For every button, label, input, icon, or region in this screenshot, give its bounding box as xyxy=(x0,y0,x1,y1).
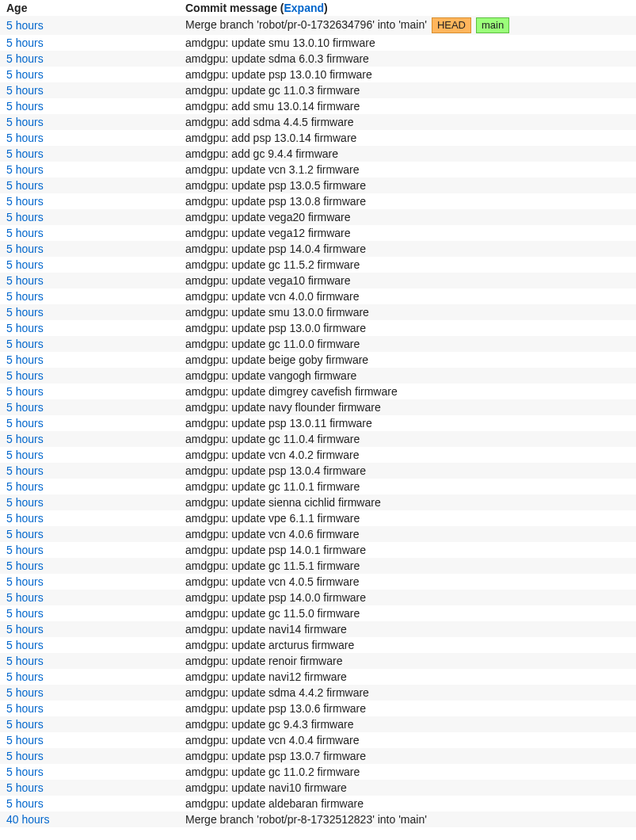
age-link[interactable]: 5 hours xyxy=(6,496,44,509)
commit-message-link[interactable]: amdgpu: update navy flounder firmware xyxy=(185,401,381,414)
commit-message-link[interactable]: amdgpu: update gc 11.5.1 firmware xyxy=(185,559,360,572)
age-link[interactable]: 5 hours xyxy=(6,369,44,382)
age-link[interactable]: 5 hours xyxy=(6,195,44,208)
age-link[interactable]: 5 hours xyxy=(6,19,44,32)
commit-message-link[interactable]: amdgpu: update arcturus firmware xyxy=(185,639,354,651)
commit-message-link[interactable]: amdgpu: update navi14 firmware xyxy=(185,623,347,636)
commit-message-link[interactable]: amdgpu: update gc 11.0.1 firmware xyxy=(185,480,360,493)
commit-message-link[interactable]: Merge branch 'robot/pr-8-1732512823' int… xyxy=(185,813,427,826)
commit-message-link[interactable]: amdgpu: update sienna cichlid firmware xyxy=(185,496,381,509)
age-link[interactable]: 5 hours xyxy=(6,449,44,461)
commit-message-link[interactable]: amdgpu: update vcn 4.0.4 firmware xyxy=(185,734,359,746)
commit-message-link[interactable]: amdgpu: update gc 11.0.4 firmware xyxy=(185,433,360,445)
age-link[interactable]: 5 hours xyxy=(6,480,44,493)
age-link[interactable]: 5 hours xyxy=(6,623,44,636)
commit-message-link[interactable]: amdgpu: update navi10 firmware xyxy=(185,781,347,794)
commit-message-link[interactable]: amdgpu: update gc 11.0.0 firmware xyxy=(185,338,360,350)
age-link[interactable]: 5 hours xyxy=(6,718,44,731)
commit-message-link[interactable]: amdgpu: add smu 13.0.14 firmware xyxy=(185,100,360,113)
age-link[interactable]: 5 hours xyxy=(6,258,44,271)
commit-message-link[interactable]: amdgpu: update psp 13.0.5 firmware xyxy=(185,179,366,192)
age-link[interactable]: 5 hours xyxy=(6,544,44,556)
age-link[interactable]: 5 hours xyxy=(6,306,44,319)
commit-message-link[interactable]: amdgpu: update dimgrey cavefish firmware xyxy=(185,385,398,398)
commit-message-link[interactable]: amdgpu: update smu 13.0.0 firmware xyxy=(185,306,369,319)
age-link[interactable]: 5 hours xyxy=(6,84,44,97)
commit-message-link[interactable]: amdgpu: add sdma 4.4.5 firmware xyxy=(185,116,353,128)
age-link[interactable]: 5 hours xyxy=(6,132,44,144)
age-link[interactable]: 40 hours xyxy=(6,813,49,826)
commit-message-link[interactable]: amdgpu: add psp 13.0.14 firmware xyxy=(185,132,356,144)
age-link[interactable]: 5 hours xyxy=(6,274,44,287)
commit-message-link[interactable]: amdgpu: update psp 14.0.4 firmware xyxy=(185,242,366,255)
commit-message-link[interactable]: amdgpu: update beige goby firmware xyxy=(185,353,368,366)
commit-message-link[interactable]: amdgpu: update psp 13.0.7 firmware xyxy=(185,750,366,762)
commit-message-link[interactable]: Merge branch 'robot/pr-0-1732634796' int… xyxy=(185,18,427,31)
age-link[interactable]: 5 hours xyxy=(6,591,44,604)
age-link[interactable]: 5 hours xyxy=(6,750,44,762)
commit-message-link[interactable]: amdgpu: update vcn 4.0.2 firmware xyxy=(185,449,359,461)
age-link[interactable]: 5 hours xyxy=(6,433,44,445)
age-link[interactable]: 5 hours xyxy=(6,338,44,350)
commit-message-link[interactable]: amdgpu: update vangogh firmware xyxy=(185,369,356,382)
age-link[interactable]: 5 hours xyxy=(6,464,44,477)
age-link[interactable]: 5 hours xyxy=(6,575,44,588)
commit-message-link[interactable]: amdgpu: update vcn 4.0.0 firmware xyxy=(185,290,359,303)
age-link[interactable]: 5 hours xyxy=(6,211,44,223)
age-link[interactable]: 5 hours xyxy=(6,52,44,65)
commit-message-link[interactable]: amdgpu: update vega12 firmware xyxy=(185,227,351,239)
age-link[interactable]: 5 hours xyxy=(6,68,44,81)
age-link[interactable]: 5 hours xyxy=(6,655,44,667)
commit-message-link[interactable]: amdgpu: update vpe 6.1.1 firmware xyxy=(185,512,360,525)
age-link[interactable]: 5 hours xyxy=(6,163,44,176)
commit-message-link[interactable]: amdgpu: update vcn 3.1.2 firmware xyxy=(185,163,359,176)
commit-message-link[interactable]: amdgpu: update psp 14.0.0 firmware xyxy=(185,591,366,604)
commit-message-link[interactable]: amdgpu: update psp 13.0.11 firmware xyxy=(185,417,372,430)
commit-message-link[interactable]: amdgpu: update gc 9.4.3 firmware xyxy=(185,718,353,731)
age-link[interactable]: 5 hours xyxy=(6,702,44,715)
commit-message-link[interactable]: amdgpu: update gc 11.0.3 firmware xyxy=(185,84,360,97)
commit-message-link[interactable]: amdgpu: update aldebaran firmware xyxy=(185,797,364,810)
commit-message-link[interactable]: amdgpu: update psp 13.0.6 firmware xyxy=(185,702,366,715)
age-link[interactable]: 5 hours xyxy=(6,512,44,525)
commit-message-link[interactable]: amdgpu: update navi12 firmware xyxy=(185,670,347,683)
commit-message-link[interactable]: amdgpu: update vcn 4.0.5 firmware xyxy=(185,575,359,588)
commit-message-link[interactable]: amdgpu: update psp 14.0.1 firmware xyxy=(185,544,366,556)
main-branch-tag[interactable]: main xyxy=(476,17,509,33)
commit-message-link[interactable]: amdgpu: update vcn 4.0.6 firmware xyxy=(185,528,359,540)
commit-message-link[interactable]: amdgpu: update vega10 firmware xyxy=(185,274,351,287)
age-link[interactable]: 5 hours xyxy=(6,353,44,366)
expand-link[interactable]: Expand xyxy=(284,2,324,14)
age-link[interactable]: 5 hours xyxy=(6,417,44,430)
age-link[interactable]: 5 hours xyxy=(6,116,44,128)
commit-message-link[interactable]: amdgpu: update gc 11.5.2 firmware xyxy=(185,258,360,271)
age-link[interactable]: 5 hours xyxy=(6,607,44,620)
commit-message-link[interactable]: amdgpu: update sdma 4.4.2 firmware xyxy=(185,686,369,699)
age-link[interactable]: 5 hours xyxy=(6,781,44,794)
age-column-header[interactable]: Age xyxy=(0,0,179,16)
age-link[interactable]: 5 hours xyxy=(6,639,44,651)
commit-message-link[interactable]: amdgpu: update sdma 6.0.3 firmware xyxy=(185,52,369,65)
commit-message-link[interactable]: amdgpu: update psp 13.0.4 firmware xyxy=(185,464,366,477)
age-link[interactable]: 5 hours xyxy=(6,242,44,255)
commit-message-link[interactable]: amdgpu: update psp 13.0.8 firmware xyxy=(185,195,366,208)
age-link[interactable]: 5 hours xyxy=(6,797,44,810)
age-link[interactable]: 5 hours xyxy=(6,227,44,239)
age-link[interactable]: 5 hours xyxy=(6,686,44,699)
age-link[interactable]: 5 hours xyxy=(6,100,44,113)
age-link[interactable]: 5 hours xyxy=(6,528,44,540)
commit-message-link[interactable]: amdgpu: update gc 11.5.0 firmware xyxy=(185,607,360,620)
commit-message-link[interactable]: amdgpu: update psp 13.0.0 firmware xyxy=(185,322,366,334)
age-link[interactable]: 5 hours xyxy=(6,401,44,414)
age-link[interactable]: 5 hours xyxy=(6,734,44,746)
commit-message-link[interactable]: amdgpu: update renoir firmware xyxy=(185,655,342,667)
commit-message-link[interactable]: amdgpu: add gc 9.4.4 firmware xyxy=(185,147,338,160)
commit-message-link[interactable]: amdgpu: update vega20 firmware xyxy=(185,211,351,223)
age-link[interactable]: 5 hours xyxy=(6,147,44,160)
age-link[interactable]: 5 hours xyxy=(6,766,44,778)
age-link[interactable]: 5 hours xyxy=(6,290,44,303)
age-link[interactable]: 5 hours xyxy=(6,385,44,398)
age-link[interactable]: 5 hours xyxy=(6,322,44,334)
commit-message-link[interactable]: amdgpu: update smu 13.0.10 firmware xyxy=(185,36,375,49)
head-tag[interactable]: HEAD xyxy=(432,17,471,33)
